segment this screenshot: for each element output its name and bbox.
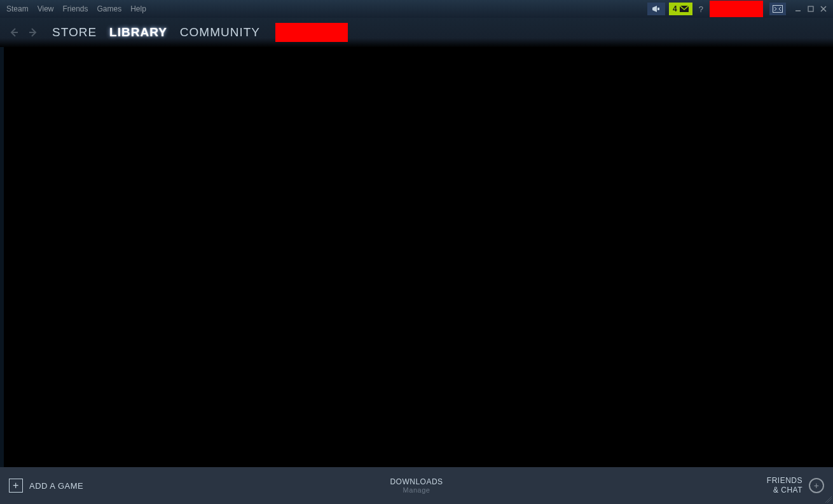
window-controls <box>795 6 827 12</box>
inbox-count: 4 <box>673 4 677 13</box>
screen-expand-icon <box>773 5 783 13</box>
friends-chat-label: FRIENDS & CHAT <box>767 476 802 495</box>
announcements-button[interactable] <box>647 3 665 15</box>
nav-tab-profile-redacted[interactable] <box>275 23 348 42</box>
nav-tab-store[interactable]: STORE <box>52 25 97 39</box>
menu-help[interactable]: Help <box>130 4 146 13</box>
nav-tabs: STORE LIBRARY COMMUNITY <box>52 23 348 42</box>
resize-grip[interactable] <box>825 496 832 503</box>
svg-rect-3 <box>808 6 813 11</box>
add-friend-icon: + <box>809 478 824 493</box>
steam-window: Steam View Friends Games Help 4 ? <box>0 0 833 504</box>
menu-bar-right: 4 ? <box>647 1 827 17</box>
megaphone-icon <box>652 5 661 13</box>
menu-bar: Steam View Friends Games Help 4 ? <box>0 0 833 18</box>
library-content-area <box>0 47 833 467</box>
downloads-title: DOWNLOADS <box>390 477 443 486</box>
arrow-right-icon <box>28 27 38 37</box>
maximize-icon <box>808 6 814 12</box>
nav-forward-button[interactable] <box>27 26 39 39</box>
menu-steam[interactable]: Steam <box>6 4 29 13</box>
user-account-redacted[interactable] <box>710 1 763 17</box>
menu-view[interactable]: View <box>38 4 54 13</box>
add-game-label: ADD A GAME <box>29 481 83 491</box>
downloads-button[interactable]: DOWNLOADS Manage <box>390 477 443 494</box>
close-icon <box>820 6 827 12</box>
vr-bigpicture-button[interactable] <box>769 3 786 15</box>
nav-tab-library[interactable]: LIBRARY <box>109 25 167 39</box>
svg-rect-1 <box>773 6 783 13</box>
plus-icon: + <box>9 479 23 493</box>
support-button[interactable]: ? <box>696 4 706 14</box>
downloads-subtitle: Manage <box>390 486 443 494</box>
friends-line1: FRIENDS <box>767 476 802 486</box>
minimize-button[interactable] <box>795 6 801 12</box>
close-button[interactable] <box>820 6 827 12</box>
bottom-bar: + ADD A GAME DOWNLOADS Manage FRIENDS & … <box>0 467 833 504</box>
add-game-button[interactable]: + ADD A GAME <box>9 479 83 493</box>
nav-tab-community[interactable]: COMMUNITY <box>180 25 260 39</box>
minimize-icon <box>795 6 801 12</box>
envelope-icon <box>680 6 689 12</box>
nav-back-button[interactable] <box>8 26 20 39</box>
main-nav: STORE LIBRARY COMMUNITY <box>0 18 833 47</box>
inbox-button[interactable]: 4 <box>669 3 692 15</box>
maximize-button[interactable] <box>808 6 814 12</box>
friends-chat-button[interactable]: FRIENDS & CHAT + <box>767 476 824 495</box>
menu-friends[interactable]: Friends <box>62 4 88 13</box>
arrow-left-icon <box>9 27 19 37</box>
friends-line2: & CHAT <box>767 486 802 495</box>
menu-games[interactable]: Games <box>97 4 122 13</box>
menu-bar-left: Steam View Friends Games Help <box>6 4 146 13</box>
